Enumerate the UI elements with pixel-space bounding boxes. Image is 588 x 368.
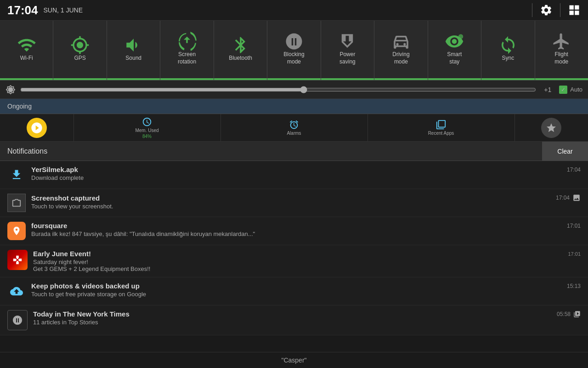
sound-bar — [107, 78, 160, 80]
toggle-driving[interactable]: Drivingmode — [374, 21, 428, 80]
notif-title-googlephotos: Keep photos & videos backed up — [31, 282, 140, 290]
toggle-powersaving[interactable]: Powersaving — [321, 21, 374, 80]
notif-time-yersilmek: 17:04 — [567, 167, 581, 173]
toggle-wifi[interactable]: Wi-Fi — [0, 21, 53, 80]
brightness-plus: +1 — [541, 86, 554, 93]
smartstay-label: Smartstay — [447, 51, 462, 65]
notif-title-yersilmek: YerSilmek.apk — [31, 166, 78, 173]
status-bar: 17:04 SUN, 1 JUNE — [0, 0, 588, 21]
wifi-bar — [0, 78, 53, 80]
notif-time-earlyjune: 17:01 — [568, 251, 581, 257]
auto-checkbox: ✓ — [559, 86, 567, 94]
memused-icon — [142, 117, 152, 127]
screenshot-thumb-icon — [572, 194, 581, 202]
notif-content-earlyjune: Early June Event! 17:01 Saturday night f… — [33, 250, 581, 272]
powersaving-label: Powersaving — [339, 51, 356, 65]
date: SUN, 1 JUNE — [44, 6, 532, 14]
grid-icon[interactable] — [568, 4, 581, 17]
notif-body-foursquare: Burada ilk kez! 847 tavsiye, şu dâhil: "… — [31, 230, 581, 237]
toggle-rotation[interactable]: Screenrotation — [160, 21, 214, 80]
toggle-smartstay[interactable]: Smartstay — [428, 21, 481, 80]
brightness-slider[interactable] — [20, 86, 536, 93]
screenshot-icon — [11, 198, 22, 208]
recentapps-label: Recent Apps — [428, 131, 454, 136]
earlyjune-icon-wrap — [7, 250, 28, 270]
clear-button[interactable]: Clear — [542, 142, 588, 161]
sync-bar — [481, 78, 534, 80]
rotation-bar — [160, 78, 213, 80]
notif-content-foursquare: foursquare 17:01 Burada ilk kez! 847 tav… — [31, 222, 581, 237]
notif-time-screenshot: 17:04 — [556, 195, 570, 201]
brightness-row: +1 ✓ Auto — [0, 80, 588, 99]
notif-time-foursquare: 17:01 — [567, 223, 581, 229]
driving-label: Drivingmode — [392, 51, 409, 65]
toggle-sound[interactable]: Sound — [107, 21, 160, 80]
task-memused[interactable]: Mem. Used 84% — [74, 114, 221, 141]
download-icon — [10, 168, 23, 181]
flightmode-label: Flightmode — [554, 51, 568, 65]
smartstay-bar — [428, 78, 481, 80]
divider2 — [560, 3, 560, 17]
memused-sub: 84% — [142, 134, 152, 139]
extras-icon — [546, 122, 557, 133]
task-alarms[interactable]: Alarms — [221, 114, 368, 141]
notif-row-top-fs: foursquare 17:01 — [31, 222, 581, 230]
svg-point-0 — [458, 34, 464, 39]
notif-row-top-nyt: Today in The New York Times 05:58 — [33, 310, 581, 318]
rotation-icon — [177, 32, 197, 51]
flightmode-bar — [535, 78, 588, 80]
flightmode-icon — [552, 32, 571, 51]
notification-googlephotos[interactable]: Keep photos & videos backed up 15:13 Tou… — [0, 277, 588, 305]
auto-label: Auto — [570, 86, 582, 93]
notification-earlyjune[interactable]: Early June Event! 17:01 Saturday night f… — [0, 245, 588, 277]
settings-icon[interactable] — [540, 4, 553, 17]
ongoing-section: Ongoing — [0, 99, 588, 114]
gps-bar — [53, 78, 106, 80]
notif-content-screenshot: Screenshot captured 17:04 Touch to view … — [31, 194, 581, 210]
blocking-bar — [267, 78, 320, 80]
divider — [532, 3, 532, 17]
sound-label: Sound — [125, 55, 141, 62]
notif-title-nytimes: Today in The New York Times — [33, 310, 130, 318]
powersaving-bar — [321, 78, 374, 80]
task-recentapps[interactable]: Recent Apps — [368, 114, 515, 141]
wifi-icon — [17, 35, 36, 55]
memused-label: Mem. Used — [135, 128, 158, 133]
notif-content-googlephotos: Keep photos & videos backed up 15:13 Tou… — [31, 282, 581, 298]
sync-label: Sync — [502, 55, 514, 62]
task-app-icon[interactable] — [0, 114, 74, 141]
toggle-flightmode[interactable]: Flightmode — [535, 21, 588, 80]
gps-icon — [70, 35, 90, 55]
toggle-sync[interactable]: Sync — [481, 21, 535, 80]
bluetooth-bar — [214, 78, 267, 80]
status-icons — [532, 3, 581, 17]
download-icon-wrap — [7, 166, 26, 184]
notif-body-earlyjune: Saturday night fever! Get 3 GEMS + 2 Leg… — [33, 259, 581, 272]
notif-row-top-ej: Early June Event! 17:01 — [33, 250, 581, 258]
toggle-gps[interactable]: GPS — [53, 21, 107, 80]
ongoing-label: Ongoing — [7, 103, 32, 110]
sync-icon — [498, 35, 518, 55]
toggle-blocking[interactable]: Blockingmode — [267, 21, 321, 80]
notification-foursquare[interactable]: foursquare 17:01 Burada ilk kez! 847 tav… — [0, 217, 588, 245]
cloud-upload-icon — [10, 285, 23, 298]
notification-screenshot[interactable]: Screenshot captured 17:04 Touch to view … — [0, 189, 588, 217]
blocking-label: Blockingmode — [283, 51, 304, 65]
notification-yersilmek[interactable]: YerSilmek.apk 17:04 Download complete — [0, 161, 588, 189]
notif-title-foursquare: foursquare — [31, 222, 67, 230]
driving-bar — [374, 78, 427, 80]
sound-icon — [124, 35, 143, 55]
alarms-label: Alarms — [287, 131, 301, 136]
blocking-icon — [284, 32, 304, 51]
driving-icon — [391, 32, 411, 51]
notification-nytimes[interactable]: Today in The New York Times 05:58 11 art… — [0, 305, 588, 335]
auto-brightness-toggle[interactable]: ✓ Auto — [559, 86, 582, 94]
notif-body-googlephotos: Touch to get free private storage on Goo… — [31, 291, 581, 298]
notif-time-googlephotos: 15:13 — [567, 283, 581, 289]
notif-time-nytimes: 05:58 — [557, 311, 571, 317]
toggle-bluetooth[interactable]: Bluetooth — [214, 21, 267, 80]
notif-content-nytimes: Today in The New York Times 05:58 11 art… — [33, 310, 581, 326]
wifi-label: Wi-Fi — [20, 55, 33, 62]
task-extras[interactable] — [515, 114, 588, 141]
clock: 17:04 — [7, 3, 38, 17]
